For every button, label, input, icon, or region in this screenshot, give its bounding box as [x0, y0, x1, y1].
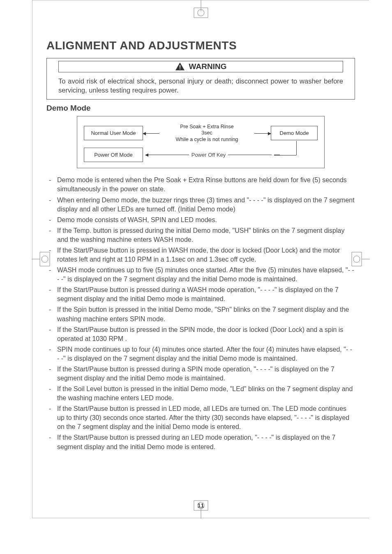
- diagram-center-text: Pre Soak + Extra Rinse 3sec While a cycl…: [143, 124, 271, 143]
- warning-body-text: To avoid risk of electrical shock, perso…: [47, 75, 355, 99]
- svg-rect-10: [180, 65, 180, 68]
- section-heading: Demo Mode: [46, 104, 355, 113]
- connector-line: [228, 155, 272, 155]
- bullet-list: Demo mode is entered when the Pre Soak +…: [46, 176, 355, 451]
- arrow-right-icon: [254, 133, 271, 134]
- list-item: Demo mode consists of WASH, SPIN and LED…: [46, 216, 355, 225]
- diagram-center-line2: 3sec: [201, 130, 212, 137]
- list-item: If the Start/Pause button is pressed dur…: [46, 365, 355, 383]
- list-item: If the Start/Pause button is pressed dur…: [46, 433, 355, 451]
- diagram-center-line1: Pre Soak + Extra Rinse: [180, 124, 233, 130]
- page-frame: ALIGNMENT AND ADJUSTMENTS WARNING To avo…: [32, 0, 369, 518]
- diagram-box-power-off-mode: Power Off Mode: [84, 148, 143, 162]
- diagram-row-1: Normal User Mode Pre Soak + Extra Rinse …: [84, 124, 318, 143]
- mode-diagram: Normal User Mode Pre Soak + Extra Rinse …: [77, 116, 325, 169]
- diagram-row-2: Power Off Mode Power Off Key: [84, 148, 318, 162]
- list-item: When entering Demo mode, the buzzer ring…: [46, 196, 355, 214]
- diagram-box-normal-user-mode: Normal User Mode: [84, 126, 143, 140]
- list-item: If the Start/Pause button is pressed in …: [46, 404, 355, 431]
- list-item: If the Start/Pause button is pressed in …: [46, 246, 355, 264]
- list-item: Demo mode is entered when the Pre Soak +…: [46, 176, 355, 194]
- list-item: WASH mode continues up to five (5) minut…: [46, 266, 355, 284]
- list-item: If the Temp. button is pressed during th…: [46, 226, 355, 244]
- warning-triangle-icon: [175, 62, 185, 71]
- list-item: If the Soil Level button is pressed in t…: [46, 385, 355, 403]
- arrow-left-icon: [145, 155, 189, 155]
- list-item: If the Spin button is pressed in the ini…: [46, 305, 355, 323]
- list-item: If the Start/Pause button is pressed in …: [46, 325, 355, 343]
- warning-label: WARNING: [189, 62, 227, 71]
- connector-line: [296, 141, 297, 155]
- list-item: SPIN mode continues up to four (4) minut…: [46, 345, 355, 363]
- connector-line: [274, 155, 296, 155]
- page-number: 11: [32, 502, 369, 509]
- content-area: ALIGNMENT AND ADJUSTMENTS WARNING To avo…: [32, 0, 369, 452]
- diagram-power-off-key-label: Power Off Key: [191, 152, 226, 158]
- page-title: ALIGNMENT AND ADJUSTMENTS: [46, 39, 355, 52]
- warning-box: WARNING To avoid risk of electrical shoc…: [46, 58, 355, 100]
- arrow-left-icon: [143, 133, 159, 134]
- svg-rect-11: [180, 69, 180, 70]
- diagram-box-demo-mode: Demo Mode: [271, 126, 318, 140]
- diagram-center-line3: While a cycle is not running: [175, 137, 238, 143]
- list-item: If the Start/Pause button is pressed dur…: [46, 285, 355, 304]
- warning-header: WARNING: [58, 61, 343, 72]
